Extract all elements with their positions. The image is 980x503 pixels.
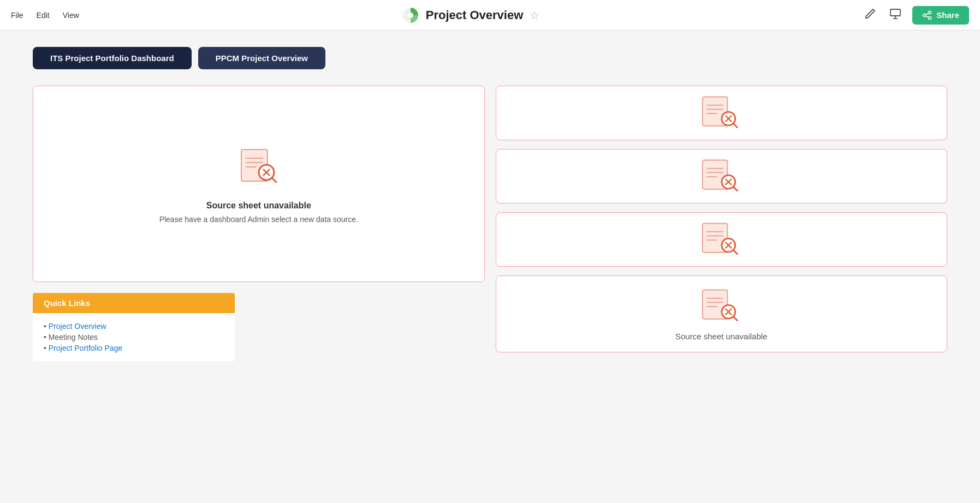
nav-tabs: ITS Project Portfolio Dashboard PPCM Pro…: [33, 47, 947, 69]
svg-point-1: [408, 13, 413, 18]
menu-left: File Edit View: [11, 11, 79, 20]
edit-menu[interactable]: Edit: [37, 11, 50, 20]
meeting-notes-text: Meeting Notes: [49, 333, 98, 342]
svg-line-25: [733, 123, 738, 128]
svg-point-5: [923, 14, 926, 16]
svg-line-9: [926, 16, 929, 17]
right-column: Source sheet unavailable: [496, 86, 948, 361]
quick-link-meeting-notes: • Meeting Notes: [44, 333, 224, 342]
quick-links-body: • Project Overview • Meeting Notes • Pro…: [33, 313, 235, 361]
favorite-icon[interactable]: ☆: [530, 9, 539, 22]
error-title: Source sheet unavailable: [206, 201, 311, 211]
share-button[interactable]: Share: [912, 6, 969, 25]
present-button[interactable]: [887, 5, 904, 25]
left-column: Source sheet unavailable Please have a d…: [33, 86, 485, 361]
menu-center: Project Overview ☆: [402, 7, 540, 24]
unavailable-icon-1: [700, 94, 742, 132]
edit-button[interactable]: [862, 5, 878, 25]
error-desc: Please have a dashboard Admin select a n…: [159, 215, 358, 224]
svg-line-33: [733, 187, 738, 191]
right-panel-4: Source sheet unavailable: [496, 276, 948, 352]
content-grid: Source sheet unavailable Please have a d…: [33, 86, 947, 361]
left-error-card: Source sheet unavailable Please have a d…: [33, 86, 485, 282]
right-panel-2: [496, 149, 948, 203]
tab-ppcm[interactable]: PPCM Project Overview: [198, 47, 325, 69]
unavailable-icon-3: [700, 220, 742, 259]
page-title: Project Overview: [426, 8, 524, 22]
quick-link-portfolio-page[interactable]: • Project Portfolio Page: [44, 344, 224, 352]
svg-rect-2: [890, 9, 900, 16]
svg-point-7: [929, 16, 931, 19]
right-panel-4-text: Source sheet unavailable: [675, 332, 767, 341]
svg-line-41: [733, 250, 738, 254]
file-menu[interactable]: File: [11, 11, 23, 20]
right-panel-3: [496, 212, 948, 267]
tab-its[interactable]: ITS Project Portfolio Dashboard: [33, 47, 192, 69]
main-content: ITS Project Portfolio Dashboard PPCM Pro…: [0, 31, 980, 503]
quick-link-project-overview[interactable]: • Project Overview: [44, 322, 224, 331]
svg-line-8: [926, 13, 929, 14]
right-panel-1: [496, 86, 948, 140]
logo-icon: [402, 7, 419, 24]
unavailable-icon-4: [700, 287, 742, 325]
quick-links-card: Quick Links • Project Overview • Meeting…: [33, 293, 235, 361]
link-portfolio-page[interactable]: Project Portfolio Page: [49, 344, 122, 352]
menu-right: Share: [862, 5, 969, 25]
unavailable-icon: [237, 144, 281, 188]
logo-area: [402, 7, 419, 24]
svg-point-6: [929, 11, 931, 14]
quick-links-header: Quick Links: [33, 293, 235, 313]
unavailable-icon-2: [700, 157, 742, 195]
view-menu[interactable]: View: [63, 11, 79, 20]
share-label: Share: [936, 10, 959, 20]
svg-line-49: [733, 316, 738, 321]
menu-bar: File Edit View Project Overview ☆: [0, 0, 980, 31]
svg-line-17: [272, 178, 276, 182]
link-project-overview[interactable]: Project Overview: [49, 322, 106, 331]
